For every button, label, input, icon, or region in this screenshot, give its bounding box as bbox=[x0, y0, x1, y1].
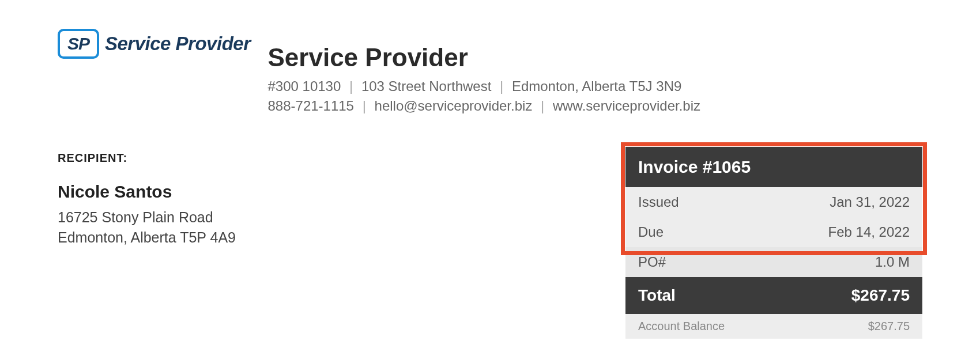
company-phone: 888-721-1115 bbox=[268, 98, 354, 113]
balance-value: $267.75 bbox=[868, 320, 910, 333]
due-label: Due bbox=[638, 224, 664, 240]
company-address-2: 103 Street Northwest bbox=[361, 78, 491, 94]
recipient-address-line1: 16725 Stony Plain Road bbox=[58, 207, 236, 228]
separator: | bbox=[500, 78, 503, 94]
issued-value: Jan 31, 2022 bbox=[830, 194, 910, 210]
separator: | bbox=[541, 98, 544, 113]
recipient-address-line2: Edmonton, Alberta T5P 4A9 bbox=[58, 228, 236, 248]
logo-name: Service Provider bbox=[105, 33, 251, 55]
recipient-label: RECIPIENT: bbox=[58, 151, 236, 165]
recipient-address: 16725 Stony Plain Road Edmonton, Alberta… bbox=[58, 207, 236, 248]
company-address-1: #300 10130 bbox=[268, 78, 341, 94]
due-value: Feb 14, 2022 bbox=[828, 224, 910, 240]
separator: | bbox=[363, 98, 366, 113]
body-row: RECIPIENT: Nicole Santos 16725 Stony Pla… bbox=[58, 147, 922, 339]
recipient-block: RECIPIENT: Nicole Santos 16725 Stony Pla… bbox=[58, 147, 236, 339]
logo-badge-text: SP bbox=[67, 34, 89, 54]
po-value: 1.0 M bbox=[875, 254, 910, 270]
invoice-row-due: Due Feb 14, 2022 bbox=[625, 217, 922, 247]
company-address: #300 10130 | 103 Street Northwest | Edmo… bbox=[268, 77, 701, 96]
total-value: $267.75 bbox=[851, 286, 910, 305]
company-contact: 888-721-1115 | hello@serviceprovider.biz… bbox=[268, 96, 701, 116]
logo-block: SP Service Provider bbox=[58, 29, 251, 59]
company-website: www.serviceprovider.biz bbox=[553, 98, 700, 113]
invoice-title: Invoice #1065 bbox=[625, 147, 922, 187]
invoice-row-po: PO# 1.0 M bbox=[625, 247, 922, 277]
company-email: hello@serviceprovider.biz bbox=[375, 98, 533, 113]
issued-label: Issued bbox=[638, 194, 679, 210]
company-block: Service Provider #300 10130 | 103 Street… bbox=[268, 29, 701, 115]
invoice-row-total: Total $267.75 bbox=[625, 277, 922, 314]
invoice-document: SP Service Provider Service Provider #30… bbox=[0, 0, 980, 339]
logo-badge-icon: SP bbox=[58, 29, 99, 59]
company-name: Service Provider bbox=[268, 43, 701, 72]
invoice-row-balance: Account Balance $267.75 bbox=[625, 314, 922, 339]
total-label: Total bbox=[638, 286, 676, 305]
company-address-3: Edmonton, Alberta T5J 3N9 bbox=[512, 78, 681, 94]
balance-label: Account Balance bbox=[638, 320, 725, 333]
po-label: PO# bbox=[638, 254, 666, 270]
invoice-summary-wrapper: Invoice #1065 Issued Jan 31, 2022 Due Fe… bbox=[625, 147, 922, 339]
header-row: SP Service Provider Service Provider #30… bbox=[58, 29, 922, 115]
invoice-row-issued: Issued Jan 31, 2022 bbox=[625, 187, 922, 217]
separator: | bbox=[349, 78, 353, 94]
recipient-name: Nicole Santos bbox=[58, 182, 236, 202]
invoice-summary-box: Invoice #1065 Issued Jan 31, 2022 Due Fe… bbox=[625, 147, 922, 339]
